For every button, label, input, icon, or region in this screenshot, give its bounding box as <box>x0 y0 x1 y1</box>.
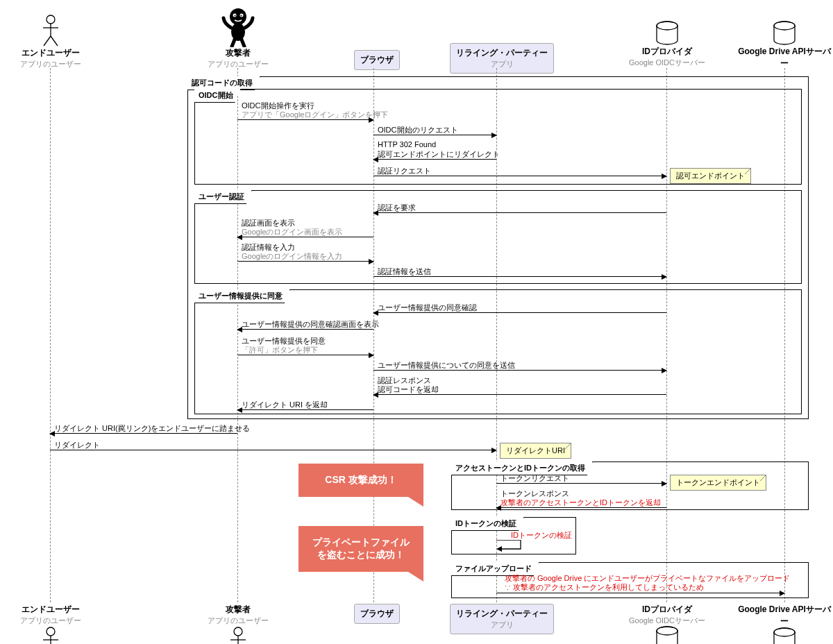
rp-label: リライング・パーティー <box>456 47 548 59</box>
browser-label: ブラウザ <box>360 55 394 65</box>
arrow-m11 <box>237 355 373 355</box>
msg-consent-agree-sub: 「許可」ボタンを押下 <box>242 345 318 355</box>
svg-line-3 <box>44 36 51 46</box>
participant-drive-top: Google Drive APIサーバー <box>736 21 833 69</box>
msg-send-cred: 認証情報を送信 <box>378 266 431 277</box>
attacker-sublabel: アプリのユーザー <box>196 59 280 69</box>
rp-sub-b: アプリ <box>456 620 548 630</box>
rp-sublabel: アプリ <box>456 59 548 69</box>
frame-auth-code-label: 認可コードの取得 <box>187 76 260 90</box>
actor-icon <box>228 626 249 644</box>
arrow-m9 <box>373 312 666 313</box>
drive-label: Google Drive APIサーバー <box>736 46 833 69</box>
arrow-m16 <box>50 450 496 450</box>
participant-enduser-top: エンドユーザー アプリのユーザー <box>12 14 89 69</box>
msg-consent-check: ユーザー情報提供の同意確認 <box>378 303 477 313</box>
attacker-sub-b: アプリのユーザー <box>196 616 280 626</box>
svg-point-0 <box>47 15 55 24</box>
callout-steal-success: プライベートファイルを盗むことに成功！ <box>298 526 423 572</box>
idp-label-b: IDプロバイダ <box>622 604 712 616</box>
callout-steal-text: プライベートファイルを盗むことに成功！ <box>312 536 410 560</box>
database-icon <box>772 21 797 46</box>
participant-drive-bottom: Google Drive APIサーバー <box>736 604 833 644</box>
svg-point-9 <box>241 15 242 17</box>
rp-label-b: リライング・パーティー <box>456 608 548 620</box>
msg-302-a: HTTP 302 Found <box>378 140 436 149</box>
participant-enduser-bottom: エンドユーザー アプリのユーザー <box>12 604 89 644</box>
svg-marker-15 <box>496 546 502 552</box>
enduser-label: エンドユーザー <box>12 47 89 59</box>
idp-sub-b: Google OIDCサーバー <box>622 616 712 626</box>
arrow-m4 <box>373 176 666 176</box>
arrow-m12 <box>373 370 666 371</box>
arrow-m7 <box>237 261 373 262</box>
participant-rp-top: リライング・パーティー アプリ <box>450 43 554 74</box>
callout-csr-text: CSR 攻撃成功！ <box>325 474 396 485</box>
attacker-label-b: 攻撃者 <box>196 604 280 616</box>
svg-line-4 <box>51 36 58 46</box>
note-auth-endpoint: 認可エンドポイント <box>670 168 751 184</box>
actor-icon <box>40 14 61 47</box>
msg-oidc-start-op-sub: アプリで「Googleログイン」ボタンを押下 <box>242 110 388 120</box>
database-icon <box>655 21 680 46</box>
participant-browser-top: ブラウザ <box>354 50 400 70</box>
arrow-m14 <box>237 409 373 410</box>
arrow-m6 <box>237 237 373 237</box>
arrow-m15 <box>50 433 237 434</box>
msg-upload-b: ∵ 攻撃者のアクセストークンを利用してしまっているため <box>505 582 704 593</box>
idp-sublabel: Google OIDCサーバー <box>622 58 712 68</box>
svg-point-5 <box>230 8 246 25</box>
arrow-m17 <box>496 483 666 484</box>
note-token-endpoint: トークンエンドポイント <box>670 475 766 491</box>
msg-send-consent: ユーザー情報提供についての同意を送信 <box>378 360 515 371</box>
msg-auth-req: 認証リクエスト <box>378 166 431 176</box>
frame-user-auth-label: ユーザー認証 <box>194 190 252 204</box>
drive-label-b: Google Drive APIサーバー <box>736 604 833 627</box>
msg-oidc-req: OIDC開始のリクエスト <box>378 125 458 135</box>
msg-id-token-verify: IDトークンの検証 <box>511 530 572 541</box>
participant-rp-bottom: リライング・パーティー アプリ <box>450 604 554 634</box>
database-icon <box>655 626 680 644</box>
arrow-m2 <box>373 135 496 135</box>
msg-redir-uri-return: リダイレクト URI を返却 <box>242 400 328 410</box>
browser-label-b: ブラウザ <box>360 609 394 618</box>
msg-show-auth-sub: Googleのログイン画面を表示 <box>242 227 342 237</box>
callout-csr-success: CSR 攻撃成功！ <box>298 464 423 497</box>
enduser-sub-b: アプリのユーザー <box>12 616 89 626</box>
arrow-m3 <box>373 159 496 160</box>
msg-consent-screen: ユーザー情報提供の同意確認画面を表示 <box>242 319 379 330</box>
msg-input-cred-sub: Googleのログイン情報を入力 <box>242 251 342 262</box>
msg-token-req: トークンリクエスト <box>500 473 569 484</box>
msg-302-b: 認可エンドポイントにリダイレクト <box>378 149 500 160</box>
svg-point-10 <box>231 23 245 41</box>
msg-auth-resp-b: 認可コードを返却 <box>378 384 439 395</box>
svg-point-21 <box>234 627 242 636</box>
msg-req-auth: 認証を要求 <box>378 203 416 213</box>
arrow-m5 <box>373 212 666 213</box>
database-icon <box>772 627 797 644</box>
frame-oidc-start-label: OIDC開始 <box>194 89 241 103</box>
frame-consent-label: ユーザー情報提供に同意 <box>194 289 290 303</box>
attacker-icon <box>221 7 255 47</box>
actor-icon <box>40 626 61 644</box>
arrow-m18 <box>496 507 666 508</box>
msg-token-resp-red: 攻撃者のアクセストークンとIDトークンを返却 <box>500 498 661 508</box>
idp-label: IDプロバイダ <box>622 46 712 58</box>
participant-idp-bottom: IDプロバイダ Google OIDCサーバー <box>622 604 712 644</box>
frame-verify-label: IDトークンの検証 <box>451 517 524 531</box>
msg-trap-link: リダイレクト URI(罠リンク)をエンドユーザーに踏ませる <box>54 423 250 434</box>
arrow-m10 <box>237 329 373 330</box>
participant-browser-bottom: ブラウザ <box>354 604 400 624</box>
note-redirect-uri: リダイレクトURI <box>500 443 571 459</box>
participant-idp-top: IDプロバイダ Google OIDCサーバー <box>622 21 712 68</box>
svg-point-8 <box>235 15 236 17</box>
arrow-m1 <box>237 119 373 120</box>
participant-attacker-bottom: 攻撃者 アプリのユーザー <box>196 604 280 644</box>
arrow-m13 <box>373 394 666 395</box>
attacker-label: 攻撃者 <box>196 47 280 59</box>
self-arrow <box>496 540 528 554</box>
enduser-sublabel: アプリのユーザー <box>12 59 89 69</box>
participant-attacker-top: 攻撃者 アプリのユーザー <box>196 7 280 69</box>
svg-point-16 <box>47 627 55 636</box>
arrow-m20 <box>496 593 784 593</box>
